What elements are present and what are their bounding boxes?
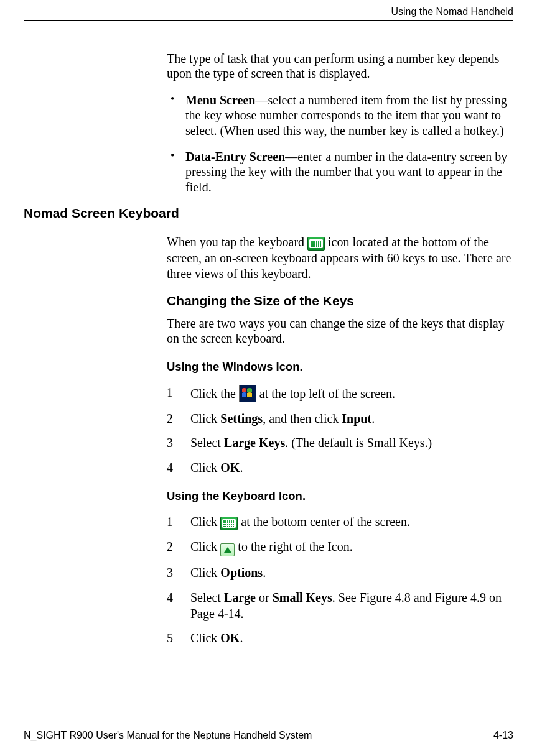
text-segment: Click [190,515,220,528]
heading-changing-size: Changing the Size of the Keys [167,293,513,308]
screen-type-list: Menu Screen—select a numbered item from … [167,93,513,195]
steps-windows-icon: Click the at the top left of the screen.… [167,385,513,476]
heading-using-windows-icon: Using the Windows Icon. [167,360,513,374]
step: Click OK. [167,460,513,476]
step: Click OK. [167,630,513,647]
step: Select Large Keys. (The default is Small… [167,435,513,451]
heading-using-keyboard-icon: Using the Keyboard Icon. [167,489,513,503]
text-segment: Click [190,412,220,425]
text-segment: , and then click [263,412,342,425]
changing-paragraph: There are two ways you can change the si… [167,316,513,346]
step: Select Large or Small Keys. See Figure 4… [167,590,513,622]
heading-nomad-screen-keyboard: Nomad Screen Keyboard [24,206,513,221]
step: Click Settings, and then click Input. [167,411,513,427]
steps-keyboard-icon: Click at the bottom center of the screen… [167,514,513,646]
text-segment: Click [190,461,220,474]
text-segment: Click the [190,387,239,400]
footer-title: N_SIGHT R900 User's Manual for the Neptu… [24,730,312,741]
step: Click the at the top left of the screen. [167,385,513,402]
text-segment: . [263,566,266,579]
keyboard-icon [307,237,325,251]
ui-label: Large Keys [224,436,285,449]
text-segment: When you tap the keyboard [167,235,307,249]
text-segment: or [256,591,273,604]
running-header: Using the Nomad Handheld [24,6,513,20]
text-segment: at the bottom center of the screen. [238,515,410,528]
text-segment: Select [190,436,224,449]
bullet-data-entry-screen: Data-Entry Screen—enter a number in the … [167,149,513,195]
text-segment: Click [190,540,220,553]
keyboard-icon [220,517,238,530]
nomad-paragraph: When you tap the keyboard icon located a… [167,234,513,281]
text-segment: Click [190,631,220,645]
text-segment: . [371,412,375,425]
header-rule [24,20,513,21]
windows-icon [239,385,256,402]
bullet-menu-screen: Menu Screen—select a numbered item from … [167,93,513,138]
ui-label: OK [220,461,240,474]
page-number: 4-13 [493,730,513,741]
text-segment: . [240,461,243,474]
intro-paragraph: The type of task that you can perform us… [167,51,513,81]
step: Click at the bottom center of the screen… [167,514,513,530]
ui-label: Large [224,591,256,604]
text-segment: . (The default is Small Keys.) [285,436,432,449]
page-footer: N_SIGHT R900 User's Manual for the Neptu… [24,727,513,741]
footer-rule [24,727,513,727]
text-segment: Click [190,566,220,579]
text-segment: Select [190,591,224,604]
up-arrow-icon [220,543,235,556]
ui-label: Small Keys [273,591,332,604]
ui-label: Input [342,412,371,425]
ui-label: OK [220,631,240,645]
body: The type of task that you can perform us… [24,51,513,647]
bullet-label: Menu Screen [185,93,255,107]
text-segment: to the right of the Icon. [235,540,352,553]
step: Click Options. [167,565,513,581]
ui-label: Options [220,566,263,579]
step: Click to the right of the Icon. [167,539,513,556]
bullet-label: Data-Entry Screen [185,150,285,164]
text-segment: . [240,631,243,645]
page: Using the Nomad Handheld The type of tas… [0,0,537,756]
ui-label: Settings [220,412,263,425]
text-segment: at the top left of the screen. [256,387,395,400]
